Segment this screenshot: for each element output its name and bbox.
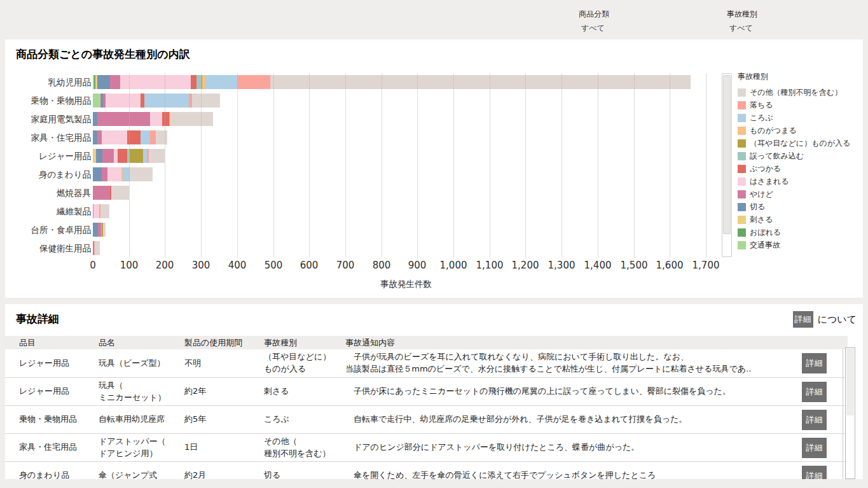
bar-segment[interactable]	[107, 167, 121, 181]
filter-product-category-value[interactable]: すべて	[579, 23, 609, 34]
bar-segment[interactable]	[120, 75, 191, 89]
legend-item[interactable]: 誤って飲み込む	[738, 150, 850, 162]
legend-item[interactable]: 刺さる	[738, 213, 850, 226]
bar-segment[interactable]	[205, 75, 237, 89]
bar-segment[interactable]	[150, 112, 162, 126]
chart-category-label: 燃焼器具	[5, 186, 91, 200]
table-body: レジャー用品玩具（ビーズ型）不明（耳や目などに） ものが入る 子供が玩具のビーズ…	[5, 349, 848, 479]
filter-accident-type-value[interactable]: すべて	[727, 23, 757, 34]
filter-product-category[interactable]: 商品分類 すべて	[579, 9, 609, 34]
bar-segment[interactable]	[150, 130, 156, 144]
table-cell-3: 約2月	[184, 462, 259, 479]
table-row[interactable]: レジャー用品玩具（ ミニカーセット）約2年刺さる 子供が床にあったミニカーセット…	[5, 378, 848, 406]
x-tick-label: 1,700	[692, 260, 720, 271]
legend-label: やけど	[750, 189, 773, 200]
legend-label: 誤って飲み込む	[750, 151, 804, 162]
legend-item[interactable]: ころぶ	[738, 111, 850, 124]
table-row[interactable]: 乗物・乗物用品自転車用幼児座席約5年ころぶ 自転車で走行中、幼児座席の足乗せ部分…	[5, 406, 848, 434]
column-header[interactable]: 事故通知内容	[345, 336, 790, 349]
bar-segment[interactable]	[95, 241, 100, 255]
bar-segment[interactable]	[192, 94, 220, 108]
table-scrollbar[interactable]	[845, 347, 855, 479]
bar-segment[interactable]	[93, 223, 98, 237]
bar-segment[interactable]	[191, 75, 196, 89]
chart-category-label: レジャー用品	[5, 149, 91, 163]
legend-item[interactable]: やけど	[738, 188, 850, 200]
chart-plot[interactable]	[93, 73, 719, 258]
filter-accident-type-label: 事故種別	[727, 9, 757, 20]
legend-item[interactable]: 交通事故	[738, 239, 850, 251]
bar-segment[interactable]	[106, 94, 140, 108]
bar-segment[interactable]	[102, 130, 127, 144]
chart-category-label: 乗物・乗物用品	[5, 94, 91, 108]
chart-scrollbar[interactable]	[722, 73, 732, 257]
column-header[interactable]: 品目	[19, 336, 94, 349]
table-cell-3: 約2年	[184, 378, 259, 405]
detail-button[interactable]: 詳細	[802, 353, 827, 373]
table-row[interactable]: 家具・住宅用品ドアストッパー（ ドアヒンジ用）1日その他（ 種別不明を含む） ド…	[5, 434, 848, 462]
table-cell-3: 約5年	[184, 406, 259, 433]
legend-item[interactable]: はさまれる	[738, 175, 850, 188]
column-header[interactable]: 製品の使用期間	[184, 336, 259, 349]
legend-item[interactable]: ものがつまる	[738, 124, 850, 137]
table-row[interactable]: 身のまわり品傘（ジャンプ式約2月切る 傘を開くため、左手を傘の骨近くに添えて右手…	[5, 462, 848, 479]
x-tick-label: 200	[156, 260, 174, 271]
detail-button[interactable]: 詳細	[802, 410, 827, 430]
bar-segment[interactable]	[170, 112, 212, 126]
bar-segment[interactable]	[103, 223, 106, 237]
bar-segment[interactable]	[97, 112, 150, 126]
x-tick-label: 1,200	[512, 260, 539, 271]
bar-segment[interactable]	[149, 149, 165, 163]
legend-item[interactable]: おぼれる	[738, 226, 850, 239]
x-tick-label: 900	[408, 260, 427, 271]
bar-segment[interactable]	[237, 75, 270, 89]
chart-title: 商品分類ごとの事故発生種別の内訳	[16, 47, 190, 62]
table-title: 事故詳細	[16, 312, 59, 326]
legend-item[interactable]: （耳や目などに）ものが入る	[738, 137, 850, 150]
legend-label: はさまれる	[750, 176, 789, 187]
detail-sample-button[interactable]: 詳細	[793, 311, 813, 328]
bar-segment[interactable]	[111, 186, 129, 200]
bar-segment[interactable]	[100, 204, 109, 218]
bar-segment[interactable]	[97, 130, 102, 144]
table-row[interactable]: レジャー用品玩具（ビーズ型）不明（耳や目などに） ものが入る 子供が玩具のビーズ…	[5, 349, 848, 378]
filter-accident-type[interactable]: 事故種別 すべて	[727, 9, 757, 34]
bar-segment[interactable]	[102, 149, 114, 163]
legend-item[interactable]: 落ちる	[738, 99, 850, 111]
bar-segment[interactable]	[130, 149, 142, 163]
bar-segment[interactable]	[110, 75, 120, 89]
bar-segment[interactable]	[130, 167, 153, 181]
legend-item[interactable]: ぶつかる	[738, 162, 850, 175]
table-cell-1: 身のまわり品	[19, 462, 94, 479]
bar-segment[interactable]	[93, 112, 97, 126]
bar-segment[interactable]	[270, 75, 691, 89]
detail-button[interactable]: 詳細	[802, 438, 827, 458]
column-header[interactable]: 品名	[99, 336, 180, 349]
bar-segment[interactable]	[118, 149, 127, 163]
detail-button[interactable]: 詳細	[802, 466, 827, 480]
x-tick-label: 1,100	[476, 260, 504, 271]
bar-segment[interactable]	[162, 112, 169, 126]
chart-scrollbar-thumb[interactable]	[723, 75, 731, 234]
bar-segment[interactable]	[93, 94, 100, 108]
bar-segment[interactable]	[156, 130, 167, 144]
legend-label: おぼれる	[750, 227, 781, 238]
legend-item[interactable]: その他（種別不明を含む）	[738, 86, 850, 99]
column-header[interactable]: 事故種別	[264, 336, 341, 349]
table-cell-1: 乗物・乗物用品	[19, 406, 94, 433]
bar-segment[interactable]	[93, 186, 110, 200]
bar-segment[interactable]	[141, 130, 150, 144]
bar-segment[interactable]	[93, 204, 99, 218]
bar-segment[interactable]	[97, 75, 110, 89]
legend-item[interactable]: 切る	[738, 200, 850, 213]
table-scrollbar-thumb[interactable]	[846, 349, 854, 415]
detail-button[interactable]: 詳細	[802, 382, 827, 402]
bar-segment[interactable]	[96, 149, 102, 163]
bar-segment[interactable]	[93, 130, 97, 144]
legend-swatch	[738, 139, 746, 148]
table-cell-1: レジャー用品	[19, 349, 94, 377]
bar-segment[interactable]	[144, 94, 189, 108]
bar-segment[interactable]	[102, 167, 107, 181]
gridline	[201, 73, 202, 258]
bar-segment[interactable]	[93, 167, 102, 181]
